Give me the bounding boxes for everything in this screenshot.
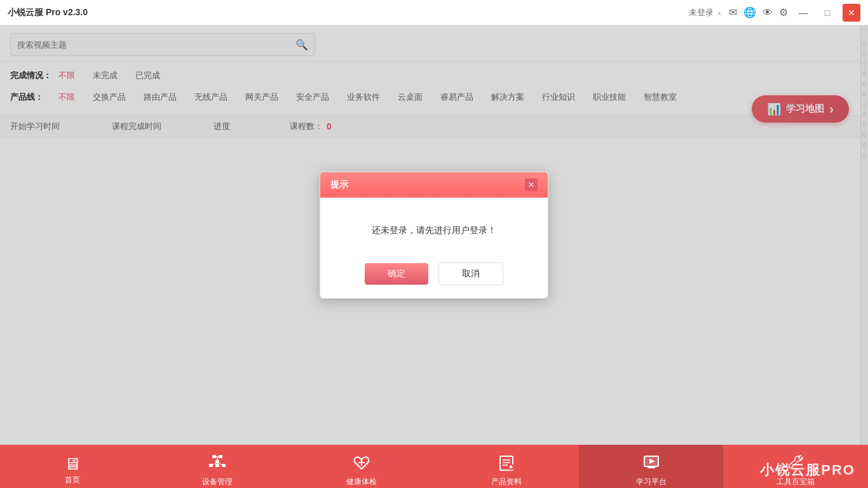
dialog: 提示 ✕ 还未登录，请先进行用户登录！ 确定 取消 (320, 172, 548, 299)
nav-item-home[interactable]: 🖥 首页 (0, 445, 145, 488)
dialog-close-button[interactable]: ✕ (525, 179, 538, 191)
nav-label-device: 设备管理 (202, 477, 233, 487)
health-icon (353, 454, 370, 474)
product-icon (498, 454, 515, 474)
confirm-button[interactable]: 确定 (365, 263, 428, 285)
home-icon: 🖥 (64, 456, 81, 472)
titlebar: 小锐云服 Pro v2.3.0 未登录 ▲ ✉ 🌐 👁 ⚙ — □ ✕ (0, 0, 868, 25)
app-title: 小锐云服 Pro v2.3.0 (8, 7, 88, 18)
nav-item-product[interactable]: 产品资料 (434, 445, 579, 488)
user-dot-icon: ▲ (716, 9, 722, 16)
globe-icon[interactable]: 🌐 (743, 6, 756, 18)
learning-icon (642, 454, 660, 474)
nav-item-health[interactable]: 健康体检 (289, 445, 434, 488)
svg-rect-3 (209, 464, 213, 467)
maximize-button[interactable]: □ (818, 4, 836, 22)
main-content: 🔍 完成情况： 不限 未完成 已完成 产品线： 不限 交换产品 路由产品 无线产… (0, 25, 868, 445)
dialog-footer: 确定 取消 (320, 256, 548, 298)
device-icon (208, 454, 226, 474)
settings-icon[interactable]: ⚙ (779, 6, 788, 18)
close-button[interactable]: ✕ (843, 4, 860, 22)
bottom-nav: 🖥 首页 设备管理 (0, 445, 868, 488)
brand-logo: 小锐云服PRO (760, 461, 855, 480)
modal-overlay: 提示 ✕ 还未登录，请先进行用户登录！ 确定 取消 (0, 25, 868, 445)
nav-label-product: 产品资料 (491, 477, 522, 487)
dialog-header: 提示 ✕ (320, 172, 548, 198)
eye-icon[interactable]: 👁 (763, 7, 773, 18)
dialog-message: 还未登录，请先进行用户登录！ (372, 225, 496, 235)
dialog-title: 提示 (330, 179, 348, 191)
nav-label-health: 健康体检 (346, 477, 377, 487)
email-icon[interactable]: ✉ (729, 6, 737, 18)
cancel-button[interactable]: 取消 (438, 262, 503, 285)
login-status-text: 未登录 (689, 7, 714, 18)
nav-item-device[interactable]: 设备管理 (145, 445, 290, 488)
titlebar-right: 未登录 ▲ ✉ 🌐 👁 ⚙ — □ ✕ (689, 4, 860, 22)
dialog-body: 还未登录，请先进行用户登录！ (320, 198, 548, 256)
minimize-button[interactable]: — (794, 4, 812, 22)
nav-item-learning[interactable]: 学习平台 (579, 445, 724, 488)
nav-label-learning: 学习平台 (636, 477, 667, 487)
nav-label-home: 首页 (65, 475, 80, 485)
login-status: 未登录 ▲ (689, 7, 722, 18)
